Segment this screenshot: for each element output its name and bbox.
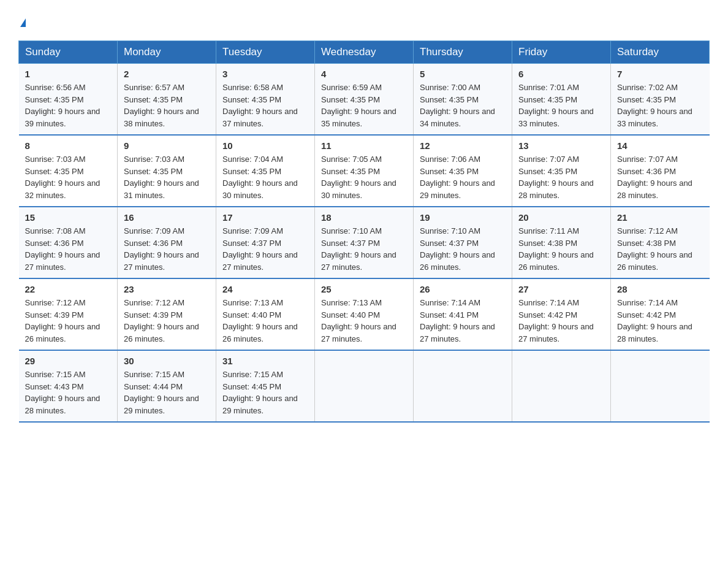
logo-triangle-icon [20,18,26,27]
week-row-1: 1 Sunrise: 6:56 AM Sunset: 4:35 PM Dayli… [19,64,710,136]
day-info: Sunrise: 7:11 AM Sunset: 4:38 PM Dayligh… [518,225,604,273]
day-info: Sunrise: 7:09 AM Sunset: 4:36 PM Dayligh… [124,225,210,273]
page-header [18,12,710,29]
calendar-cell: 29 Sunrise: 7:15 AM Sunset: 4:43 PM Dayl… [19,350,118,422]
week-row-4: 22 Sunrise: 7:12 AM Sunset: 4:39 PM Dayl… [19,278,710,350]
day-number: 11 [321,140,407,151]
day-number: 28 [617,284,703,294]
day-info: Sunrise: 7:05 AM Sunset: 4:35 PM Dayligh… [321,153,407,201]
day-number: 18 [321,212,407,223]
day-info: Sunrise: 6:57 AM Sunset: 4:35 PM Dayligh… [124,82,210,129]
calendar-cell: 23 Sunrise: 7:12 AM Sunset: 4:39 PM Dayl… [118,278,216,350]
calendar-table: SundayMondayTuesdayWednesdayThursdayFrid… [18,40,710,423]
day-info: Sunrise: 7:07 AM Sunset: 4:35 PM Dayligh… [518,153,604,201]
logo-general-text [18,12,26,29]
day-info: Sunrise: 6:58 AM Sunset: 4:35 PM Dayligh… [222,82,308,129]
day-number: 5 [420,69,506,79]
week-row-3: 15 Sunrise: 7:08 AM Sunset: 4:36 PM Dayl… [19,207,710,278]
calendar-cell [512,350,611,422]
calendar-cell: 12 Sunrise: 7:06 AM Sunset: 4:35 PM Dayl… [414,135,512,207]
header-saturday: Saturday [611,41,710,64]
header-wednesday: Wednesday [315,41,414,64]
day-number: 29 [25,356,112,366]
day-info: Sunrise: 7:06 AM Sunset: 4:35 PM Dayligh… [420,153,506,201]
day-info: Sunrise: 7:15 AM Sunset: 4:43 PM Dayligh… [25,369,112,416]
header-monday: Monday [118,41,216,64]
calendar-cell: 28 Sunrise: 7:14 AM Sunset: 4:42 PM Dayl… [611,278,710,350]
day-info: Sunrise: 6:59 AM Sunset: 4:35 PM Dayligh… [321,82,407,129]
day-info: Sunrise: 6:56 AM Sunset: 4:35 PM Dayligh… [25,82,112,129]
day-number: 3 [222,69,308,79]
day-number: 13 [518,140,604,151]
calendar-cell: 7 Sunrise: 7:02 AM Sunset: 4:35 PM Dayli… [611,64,710,136]
calendar-cell: 3 Sunrise: 6:58 AM Sunset: 4:35 PM Dayli… [216,64,315,136]
day-info: Sunrise: 7:08 AM Sunset: 4:36 PM Dayligh… [25,225,112,273]
calendar-cell: 16 Sunrise: 7:09 AM Sunset: 4:36 PM Dayl… [118,207,216,278]
day-info: Sunrise: 7:13 AM Sunset: 4:40 PM Dayligh… [222,297,308,345]
day-number: 8 [25,140,112,151]
calendar-cell [315,350,414,422]
calendar-cell: 14 Sunrise: 7:07 AM Sunset: 4:36 PM Dayl… [611,135,710,207]
header-friday: Friday [512,41,611,64]
calendar-cell: 15 Sunrise: 7:08 AM Sunset: 4:36 PM Dayl… [19,207,118,278]
calendar-header-row: SundayMondayTuesdayWednesdayThursdayFrid… [19,41,710,64]
day-info: Sunrise: 7:00 AM Sunset: 4:35 PM Dayligh… [420,82,506,129]
day-number: 31 [222,356,308,366]
calendar-cell: 13 Sunrise: 7:07 AM Sunset: 4:35 PM Dayl… [512,135,611,207]
calendar-cell: 24 Sunrise: 7:13 AM Sunset: 4:40 PM Dayl… [216,278,315,350]
day-info: Sunrise: 7:01 AM Sunset: 4:35 PM Dayligh… [518,82,604,129]
calendar-cell: 31 Sunrise: 7:15 AM Sunset: 4:45 PM Dayl… [216,350,315,422]
day-info: Sunrise: 7:03 AM Sunset: 4:35 PM Dayligh… [25,153,112,201]
header-tuesday: Tuesday [216,41,315,64]
day-number: 23 [124,284,210,294]
day-number: 6 [518,69,604,79]
day-number: 21 [617,212,703,223]
day-info: Sunrise: 7:12 AM Sunset: 4:38 PM Dayligh… [617,225,703,273]
day-number: 17 [222,212,308,223]
calendar-cell [611,350,710,422]
calendar-cell: 19 Sunrise: 7:10 AM Sunset: 4:37 PM Dayl… [414,207,512,278]
week-row-5: 29 Sunrise: 7:15 AM Sunset: 4:43 PM Dayl… [19,350,710,422]
calendar-cell: 20 Sunrise: 7:11 AM Sunset: 4:38 PM Dayl… [512,207,611,278]
calendar-cell: 6 Sunrise: 7:01 AM Sunset: 4:35 PM Dayli… [512,64,611,136]
day-info: Sunrise: 7:13 AM Sunset: 4:40 PM Dayligh… [321,297,407,345]
day-info: Sunrise: 7:02 AM Sunset: 4:35 PM Dayligh… [617,82,703,129]
calendar-cell: 2 Sunrise: 6:57 AM Sunset: 4:35 PM Dayli… [118,64,216,136]
day-number: 14 [617,140,703,151]
header-thursday: Thursday [414,41,512,64]
day-info: Sunrise: 7:10 AM Sunset: 4:37 PM Dayligh… [321,225,407,273]
day-info: Sunrise: 7:07 AM Sunset: 4:36 PM Dayligh… [617,153,703,201]
day-number: 15 [25,212,112,223]
day-number: 12 [420,140,506,151]
calendar-cell: 22 Sunrise: 7:12 AM Sunset: 4:39 PM Dayl… [19,278,118,350]
day-info: Sunrise: 7:09 AM Sunset: 4:37 PM Dayligh… [222,225,308,273]
calendar-cell: 5 Sunrise: 7:00 AM Sunset: 4:35 PM Dayli… [414,64,512,136]
day-info: Sunrise: 7:04 AM Sunset: 4:35 PM Dayligh… [222,153,308,201]
calendar-cell: 25 Sunrise: 7:13 AM Sunset: 4:40 PM Dayl… [315,278,414,350]
day-info: Sunrise: 7:15 AM Sunset: 4:45 PM Dayligh… [222,369,308,416]
calendar-cell [414,350,512,422]
calendar-cell: 8 Sunrise: 7:03 AM Sunset: 4:35 PM Dayli… [19,135,118,207]
day-number: 9 [124,140,210,151]
calendar-cell: 4 Sunrise: 6:59 AM Sunset: 4:35 PM Dayli… [315,64,414,136]
day-info: Sunrise: 7:03 AM Sunset: 4:35 PM Dayligh… [124,153,210,201]
calendar-cell: 17 Sunrise: 7:09 AM Sunset: 4:37 PM Dayl… [216,207,315,278]
day-number: 16 [124,212,210,223]
day-info: Sunrise: 7:14 AM Sunset: 4:42 PM Dayligh… [617,297,703,345]
day-number: 4 [321,69,407,79]
calendar-cell: 30 Sunrise: 7:15 AM Sunset: 4:44 PM Dayl… [118,350,216,422]
header-sunday: Sunday [19,41,118,64]
calendar-cell: 9 Sunrise: 7:03 AM Sunset: 4:35 PM Dayli… [118,135,216,207]
day-info: Sunrise: 7:12 AM Sunset: 4:39 PM Dayligh… [25,297,112,345]
calendar-cell: 27 Sunrise: 7:14 AM Sunset: 4:42 PM Dayl… [512,278,611,350]
day-number: 22 [25,284,112,294]
day-number: 27 [518,284,604,294]
day-number: 19 [420,212,506,223]
day-number: 25 [321,284,407,294]
calendar-cell: 11 Sunrise: 7:05 AM Sunset: 4:35 PM Dayl… [315,135,414,207]
day-number: 24 [222,284,308,294]
day-info: Sunrise: 7:14 AM Sunset: 4:42 PM Dayligh… [518,297,604,345]
day-info: Sunrise: 7:14 AM Sunset: 4:41 PM Dayligh… [420,297,506,345]
day-number: 30 [124,356,210,366]
day-number: 20 [518,212,604,223]
